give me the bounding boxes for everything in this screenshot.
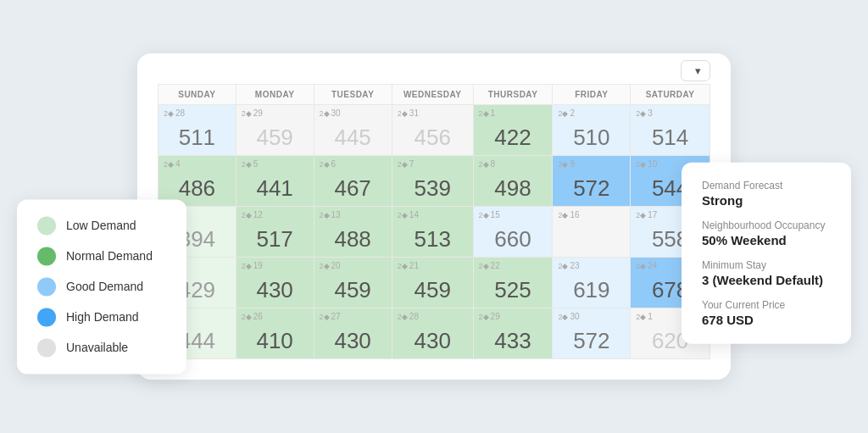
cell-top: 2◆29 [479,312,548,321]
calendar-cell[interactable]: 2◆1422 [473,105,553,156]
cell-icon: 2◆ [242,313,252,321]
cell-day: 7 [409,159,415,169]
cell-icon: 2◆ [242,109,252,118]
cell-icon: 2◆ [242,211,252,219]
cell-top: 2◆22 [479,261,548,270]
cell-top: 2◆4 [164,159,231,169]
cell-icon: 2◆ [479,160,489,169]
calendar-cell[interactable]: 2◆15660 [473,207,553,258]
cell-day: 17 [648,210,657,219]
prev-month-button[interactable] [158,69,168,72]
cell-price: 572 [558,170,625,203]
next-month-button[interactable] [173,69,183,72]
col-header-friday: FRIDAY [553,85,631,105]
cell-day: 23 [570,261,579,270]
calendar-cell[interactable]: 2◆22525 [473,258,553,308]
calendar-cell[interactable]: 2◆29459 [236,105,314,156]
calendar-cell[interactable]: 2◆28430 [392,308,473,359]
info-row: Your Current Price678 USD [702,298,831,326]
header-row: SUNDAYMONDAYTUESDAYWEDNESDAYTHURSDAYFRID… [159,85,710,105]
calendar-cell[interactable]: 2◆2510 [553,105,631,156]
info-label: Demand Forecast [702,179,831,191]
legend-item: Unavailable [37,338,166,357]
calendar-cell[interactable]: 2◆9572 [553,156,631,207]
calendar-cell[interactable]: 2◆30445 [314,105,392,156]
nav-buttons [158,69,183,72]
cell-top: 2◆15 [479,210,548,219]
cell-price: 514 [636,119,704,152]
cell-top: 2◆3 [636,108,704,118]
calendar-cell[interactable]: 2◆28511 [159,105,236,156]
calendar-cell[interactable]: 2◆6467 [314,156,392,207]
week-row-0: 2◆285112◆294592◆304452◆314562◆14222◆2510… [159,105,710,156]
legend-item: Low Demand [37,216,166,235]
cell-top: 2◆8 [479,159,548,169]
chevron-down-icon: ▾ [695,64,701,77]
cell-top: 2◆1 [479,108,548,118]
calendar-cell[interactable]: 2◆26410 [236,308,314,359]
calendar-cell[interactable]: 2◆12517 [236,207,314,258]
cell-top: 2◆16 [558,210,625,219]
calendar-cell[interactable]: 2◆29433 [473,308,553,359]
calendar-cell[interactable]: 2◆16 [553,207,631,258]
cell-icon: 2◆ [398,313,408,321]
week-row-2: 2◆113942◆125172◆134882◆145132◆156602◆162… [159,207,710,258]
info-row: Demand ForecastStrong [702,179,831,207]
cell-day: 15 [491,210,500,219]
cell-day: 22 [491,261,500,270]
info-value: 50% Weekend [702,232,831,247]
calendar-cell[interactable]: 2◆21459 [392,258,473,308]
cell-day: 31 [409,108,419,118]
cell-price: 459 [320,272,387,304]
cell-icon: 2◆ [164,160,174,169]
info-value: 678 USD [702,312,831,326]
cell-price: 660 [479,221,548,253]
cell-day: 28 [175,108,185,118]
cell-top: 2◆21 [398,261,468,270]
col-header-saturday: SATURDAY [631,85,710,105]
legend-label: Good Demand [66,280,143,293]
calendar-cell[interactable]: 2◆20459 [314,258,392,308]
calendar-cell[interactable]: 2◆13488 [314,207,392,258]
cell-day: 24 [648,261,657,270]
calendar-cell[interactable]: 2◆3514 [631,105,710,156]
calendar-cell[interactable]: 2◆30572 [553,308,631,359]
month-selector[interactable]: ▾ [681,60,710,81]
col-header-wednesday: WEDNESDAY [392,85,473,105]
calendar-cell[interactable]: 2◆27430 [314,308,392,359]
cell-top: 2◆12 [242,210,309,219]
cell-icon: 2◆ [558,262,568,270]
calendar-cell[interactable]: 2◆7539 [392,156,473,207]
cell-top: 2◆28 [398,312,468,321]
cell-day: 29 [253,108,263,118]
cell-icon: 2◆ [398,262,408,270]
legend-label: High Demand [66,310,139,324]
cell-top: 2◆30 [320,108,387,118]
calendar-cell[interactable]: 2◆31456 [392,105,473,156]
cell-price: 488 [320,221,387,253]
cell-day: 5 [253,159,259,169]
calendar-cell[interactable]: 2◆23619 [553,258,631,308]
calendar-cell[interactable]: 2◆14513 [392,207,473,258]
col-header-monday: MONDAY [236,85,314,105]
col-header-tuesday: TUESDAY [314,85,392,105]
cell-day: 30 [331,108,341,118]
week-row-4: 254442◆264102◆274302◆284302◆294332◆30572… [159,308,710,359]
calendar-cell[interactable]: 2◆5441 [236,156,314,207]
col-header-thursday: THURSDAY [473,85,553,105]
cell-top: 2◆20 [320,261,387,270]
cell-icon: 2◆ [558,313,568,321]
cell-price: 459 [398,272,468,304]
cell-day: 20 [331,261,341,270]
cell-price: 513 [398,221,468,253]
legend-label: Low Demand [66,219,136,232]
legend-dot [37,308,56,326]
cell-price: 430 [320,323,387,355]
cell-icon: 2◆ [320,262,330,270]
calendar-cell[interactable]: 2◆8498 [473,156,553,207]
legend-label: Unavailable [66,341,128,354]
cell-icon: 2◆ [320,109,330,118]
calendar-cell[interactable]: 2◆19430 [236,258,314,308]
calendar-tbody: 2◆285112◆294592◆304452◆314562◆14222◆2510… [159,105,710,359]
cell-top: 2◆30 [558,312,625,321]
